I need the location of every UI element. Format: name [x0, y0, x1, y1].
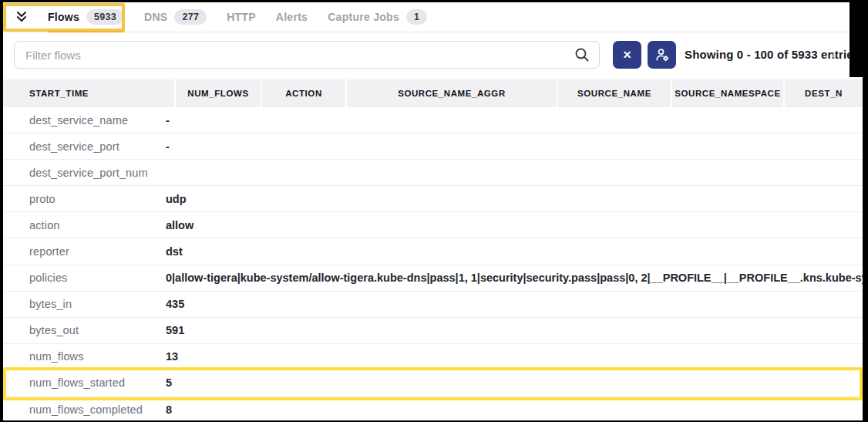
detail-row-proto: proto udp — [3, 186, 863, 212]
detail-value: 435 — [166, 298, 863, 310]
tab-capture-jobs[interactable]: Capture Jobs 1 — [328, 2, 427, 32]
detail-row-bytes-out: bytes_out 591 — [3, 318, 863, 344]
tab-dns-label: DNS — [144, 11, 167, 23]
tab-flows-label: Flows — [48, 11, 79, 23]
tab-capture-jobs-label: Capture Jobs — [328, 11, 399, 23]
detail-value: udp — [166, 193, 863, 205]
detail-key: reporter — [29, 245, 69, 258]
column-header-dest-name[interactable]: DEST_N — [785, 79, 863, 107]
detail-row-reporter: reporter dst — [3, 238, 863, 265]
user-gear-icon — [654, 47, 670, 62]
detail-key: action — [29, 219, 60, 231]
detail-key: num_flows — [29, 350, 84, 363]
column-header-source-name-aggr[interactable]: SOURCE_NAME_AGGR — [347, 79, 557, 107]
detail-key: bytes_out — [29, 324, 79, 336]
detail-value: dst — [166, 245, 863, 258]
detail-value: 13 — [166, 350, 863, 363]
expanded-row-details: dest_service_name - dest_service_port - … — [3, 107, 863, 420]
detail-row-num-flows-completed: num_flows_completed 8 — [3, 397, 863, 420]
tab-http[interactable]: HTTP — [227, 2, 256, 32]
detail-row-dest-service-name: dest_service_name - — [3, 107, 863, 133]
close-icon: ✕ — [623, 49, 632, 61]
detail-row-num-flows: num_flows 13 — [3, 344, 863, 370]
tab-capture-jobs-count-badge: 1 — [406, 9, 427, 25]
detail-value: 5 — [166, 376, 863, 389]
detail-key: bytes_in — [29, 298, 72, 310]
detail-key: dest_service_port — [29, 140, 119, 153]
expand-all-icon[interactable] — [14, 9, 29, 25]
detail-key: dest_service_name — [29, 114, 128, 127]
detail-key: policies — [29, 272, 68, 284]
detail-value: allow — [166, 219, 863, 231]
column-header-start-time[interactable]: START_TIME — [3, 79, 174, 107]
tab-http-label: HTTP — [227, 11, 256, 23]
screenshot-border-patch — [849, 2, 863, 77]
filter-field — [14, 41, 600, 69]
tab-alerts[interactable]: Alerts — [276, 2, 308, 32]
detail-value: - — [166, 140, 863, 153]
column-header-source-namespace[interactable]: SOURCE_NAMESPACE — [672, 79, 783, 107]
filter-input[interactable] — [15, 49, 574, 62]
clear-filter-button[interactable]: ✕ — [613, 41, 641, 69]
detail-key: num_flows_completed — [29, 403, 143, 416]
tab-flows-count-badge: 5933 — [86, 9, 124, 25]
table-header-row: START_TIME NUM_FLOWS ACTION SOURCE_NAME_… — [3, 79, 863, 107]
pagination-prev-chevron-icon[interactable]: ‹ — [831, 41, 836, 69]
detail-row-dest-service-port-num: dest_service_port_num — [3, 160, 863, 186]
detail-key: dest_service_port_num — [29, 167, 148, 179]
detail-key: num_flows_started — [29, 376, 125, 389]
detail-row-num-flows-started: num_flows_started 5 — [3, 370, 863, 397]
tab-dns[interactable]: DNS 277 — [144, 2, 207, 32]
detail-key: proto — [29, 193, 56, 205]
detail-row-dest-service-port: dest_service_port - — [3, 133, 863, 160]
detail-row-bytes-in: bytes_in 435 — [3, 292, 863, 318]
search-icon — [574, 47, 590, 62]
detail-value: - — [166, 114, 863, 127]
detail-row-action: action allow — [3, 212, 863, 238]
tab-alerts-label: Alerts — [276, 11, 308, 23]
detail-value: 0|allow-tigera|kube-system/allow-tigera.… — [166, 272, 863, 284]
tab-bar: Flows 5933 DNS 277 HTTP Alerts Capture J… — [3, 2, 863, 32]
tab-flows[interactable]: Flows 5933 — [48, 2, 124, 32]
tab-dns-count-badge: 277 — [174, 9, 207, 25]
detail-value: 8 — [166, 403, 863, 416]
detail-value: 591 — [166, 324, 863, 336]
flow-logs-panel: Flows 5933 DNS 277 HTTP Alerts Capture J… — [3, 2, 863, 420]
column-header-source-name[interactable]: SOURCE_NAME — [558, 79, 671, 107]
user-settings-button[interactable] — [648, 41, 676, 69]
column-header-action[interactable]: ACTION — [262, 79, 345, 107]
detail-row-policies: policies 0|allow-tigera|kube-system/allo… — [3, 265, 863, 292]
column-header-num-flows[interactable]: NUM_FLOWS — [176, 79, 261, 107]
